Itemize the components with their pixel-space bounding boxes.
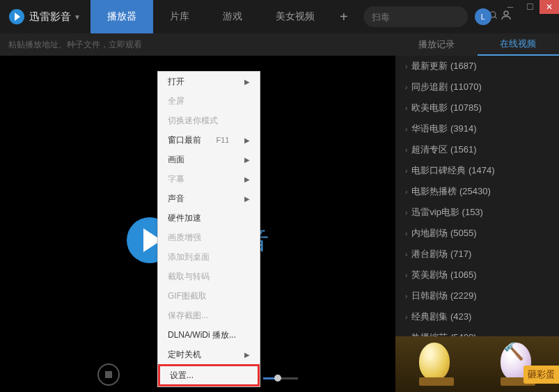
nav-tab-library[interactable]: 片库 — [153, 0, 206, 33]
sidebar: 播放记录 在线视频 ›最新更新 (1687)›同步追剧 (11070)›欧美电影… — [395, 56, 559, 392]
menu-item-2: 切换迷你模式 — [158, 111, 260, 130]
chevron-right-icon: › — [405, 251, 407, 258]
content-area: 音 播放记录 在线视频 ›最新更新 (1687)›同步追剧 (11070)›欧美… — [0, 56, 559, 392]
category-item[interactable]: ›最新更新 (1687) — [395, 56, 559, 77]
chevron-right-icon: › — [405, 63, 407, 70]
menu-item-9: 添加到桌面 — [158, 247, 260, 267]
menu-item-6[interactable]: 声音▶ — [158, 189, 260, 208]
submenu-arrow-icon: ▶ — [244, 351, 250, 359]
search-input[interactable] — [372, 12, 489, 22]
category-item[interactable]: ›英美剧场 (1065) — [395, 265, 559, 285]
chevron-right-icon: › — [405, 104, 407, 112]
context-menu: 打开▶全屏切换迷你模式窗口最前F11▶画面▶字幕▶声音▶硬件加速画质增强添加到桌… — [157, 71, 260, 387]
minimize-button[interactable]: ─ — [501, 0, 520, 14]
submenu-arrow-icon: ▶ — [244, 195, 250, 203]
category-item[interactable]: ›同步追剧 (11070) — [395, 77, 559, 97]
thunder-logo-icon — [8, 8, 25, 25]
nav-tabs: 播放器 片库 游戏 美女视频 — [90, 0, 331, 33]
nav-tab-player[interactable]: 播放器 — [90, 0, 153, 33]
menu-item-15[interactable]: 设置... — [158, 364, 260, 386]
hammer-icon: 🔨 — [503, 342, 524, 361]
window-controls: ─ ☐ ✕ — [501, 0, 559, 14]
menu-item-14[interactable]: 定时关机▶ — [158, 345, 260, 364]
category-item[interactable]: ›内地剧场 (5055) — [395, 223, 559, 244]
menu-item-0[interactable]: 打开▶ — [158, 72, 260, 91]
menu-item-4[interactable]: 画面▶ — [158, 150, 260, 169]
menu-item-11: GIF图截取 — [158, 286, 260, 306]
volume-slider[interactable] — [263, 377, 298, 379]
category-item[interactable]: ›华语电影 (3914) — [395, 118, 559, 139]
egg-icon — [419, 343, 450, 380]
chevron-right-icon: › — [405, 125, 407, 133]
maximize-button[interactable]: ☐ — [520, 0, 540, 14]
add-button[interactable]: + — [331, 9, 356, 25]
nav-tab-videos[interactable]: 美女视频 — [259, 0, 331, 33]
app-menu-caret-icon[interactable]: ▼ — [74, 13, 81, 21]
menu-item-5: 字幕▶ — [158, 169, 260, 189]
sidebar-tab-history[interactable]: 播放记录 — [395, 33, 478, 56]
chevron-right-icon: › — [405, 209, 407, 217]
category-item[interactable]: ›欧美电影 (10785) — [395, 97, 559, 118]
submenu-arrow-icon: ▶ — [244, 78, 250, 86]
user-badge[interactable]: L — [475, 8, 491, 25]
titlebar: 迅雷影音 ▼ 播放器 片库 游戏 美女视频 + L ─ ☐ ✕ — [0, 0, 559, 33]
app-title: 迅雷影音 — [29, 10, 71, 24]
category-item[interactable]: ›超清专区 (1561) — [395, 139, 559, 160]
stop-button[interactable] — [97, 363, 120, 386]
sidebar-tab-online[interactable]: 在线视频 — [478, 33, 560, 56]
menu-item-7[interactable]: 硬件加速 — [158, 208, 260, 228]
submenu-arrow-icon: ▶ — [244, 156, 250, 164]
menu-item-10: 截取与转码 — [158, 267, 260, 286]
category-item[interactable]: ›电影口碑经典 (1474) — [395, 160, 559, 181]
menu-item-12: 保存截图... — [158, 306, 260, 325]
category-item[interactable]: ›经典剧集 (423) — [395, 306, 559, 327]
menu-item-13[interactable]: DLNA/WiDi 播放... — [158, 325, 260, 345]
category-item[interactable]: ›港台剧场 (717) — [395, 244, 559, 265]
nav-tab-games[interactable]: 游戏 — [206, 0, 259, 33]
promo-banner[interactable]: 🔨 砸彩蛋 — [395, 336, 559, 392]
chevron-right-icon: › — [405, 146, 407, 154]
chevron-right-icon: › — [405, 230, 407, 237]
category-item[interactable]: ›日韩剧场 (2229) — [395, 285, 559, 306]
close-button[interactable]: ✕ — [540, 0, 559, 14]
chevron-right-icon: › — [405, 84, 407, 91]
menu-item-3[interactable]: 窗口最前F11▶ — [158, 130, 260, 150]
chevron-right-icon: › — [405, 167, 407, 175]
category-item[interactable]: ›迅雷vip电影 (153) — [395, 202, 559, 223]
category-item[interactable]: ›电影热播榜 (25430) — [395, 181, 559, 202]
category-list: ›最新更新 (1687)›同步追剧 (11070)›欧美电影 (10785)›华… — [395, 56, 559, 336]
submenu-arrow-icon: ▶ — [244, 175, 250, 183]
app-logo-area[interactable]: 迅雷影音 ▼ — [0, 8, 90, 25]
sidebar-tabs: 播放记录 在线视频 — [395, 33, 559, 56]
promo-button[interactable]: 砸彩蛋 — [523, 366, 559, 384]
chevron-right-icon: › — [405, 272, 407, 279]
submenu-arrow-icon: ▶ — [244, 136, 250, 144]
chevron-right-icon: › — [405, 188, 407, 196]
chevron-right-icon: › — [405, 292, 407, 300]
chevron-right-icon: › — [405, 313, 407, 321]
category-item[interactable]: ›热播综艺 (5400) — [395, 327, 559, 336]
menu-item-1: 全屏 — [158, 91, 260, 111]
menu-item-8: 画质增强 — [158, 228, 260, 247]
search-area — [363, 6, 468, 27]
